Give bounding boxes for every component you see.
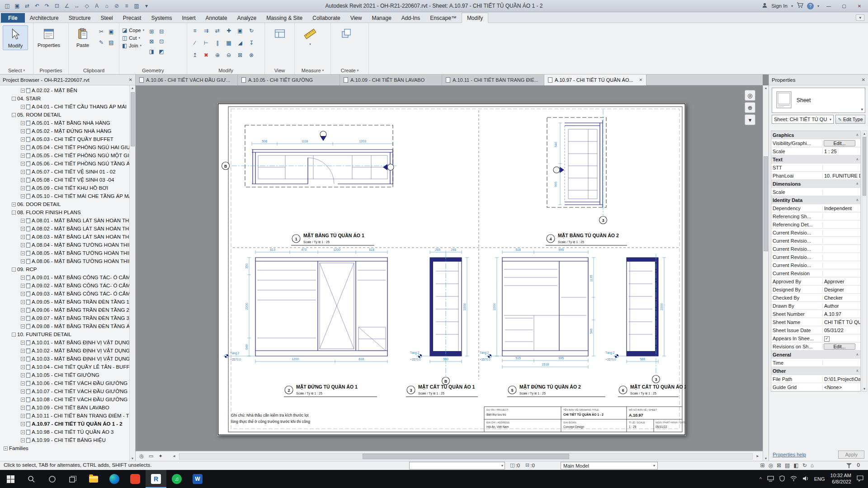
- tree-expander[interactable]: +: [21, 251, 25, 255]
- property-row[interactable]: Dependency Independent: [771, 204, 860, 212]
- revit-taskbar-icon[interactable]: [146, 470, 166, 488]
- property-row[interactable]: Current Revision: [771, 269, 860, 277]
- scroll-thumb[interactable]: [764, 156, 768, 251]
- view-section-2[interactable]: 588 2200 Tầng 2 +3570.0 3 6 MẶT CẮT TỦ Q…: [605, 254, 686, 397]
- property-row[interactable]: Checked By Checker: [771, 294, 860, 302]
- properties-help-link[interactable]: Properties help: [773, 452, 806, 457]
- view-tab[interactable]: A.10.11 - CHI TIẾT BÀN TRANG ĐIỂ... ✕: [442, 75, 544, 85]
- tree-expander[interactable]: +: [21, 406, 25, 410]
- type-selector-combo[interactable]: Sheet: CHI TIẾT TỦ QU ▾: [772, 115, 834, 124]
- word-icon[interactable]: [187, 470, 208, 488]
- property-value[interactable]: Author: [823, 303, 860, 309]
- select-underlay-icon[interactable]: ◎: [768, 462, 773, 469]
- property-row[interactable]: Time: [771, 359, 860, 367]
- property-row[interactable]: STT: [771, 164, 860, 172]
- ribbon-tab[interactable]: Architecture: [25, 13, 64, 23]
- cut-opening-icon[interactable]: ⊠: [235, 51, 245, 60]
- tree-expander[interactable]: +: [21, 308, 25, 312]
- show-hidden-elements-icon[interactable]: ◎: [137, 453, 146, 460]
- redo-icon[interactable]: ↷: [42, 1, 52, 10]
- worksets-combo[interactable]: ▾: [409, 462, 505, 469]
- tree-item[interactable]: + A.05.08 - CHI TIẾT VỆ SINH 03 -04: [0, 176, 129, 184]
- tree-expander[interactable]: +: [21, 430, 25, 434]
- tree-expander[interactable]: +: [21, 162, 25, 166]
- property-value[interactable]: Designer: [823, 287, 860, 292]
- view-tab[interactable]: A.10.06 - CHI TIẾT VÁCH ĐẦU GIƯ... ✕: [136, 75, 238, 85]
- properties-scrollbar[interactable]: ▲ ▼: [862, 131, 867, 392]
- modify-tool-button[interactable]: Modify: [3, 25, 28, 50]
- edge-icon[interactable]: [104, 470, 125, 488]
- panel-label-create[interactable]: Create▾: [331, 68, 368, 73]
- tree-expander[interactable]: +: [21, 186, 25, 190]
- scroll-right-icon[interactable]: ►: [755, 454, 761, 458]
- property-row[interactable]: Sheet Issue Date 05/31/22: [771, 326, 860, 334]
- tree-item[interactable]: + A.10.07 - CHI TIẾT VÁCH ĐẦU GIƯỜNG 2: [0, 387, 129, 395]
- tree-item[interactable]: + A.05.06 - CHI TIẾT PHÒNG NGỦ TẦNG ÁP: [0, 160, 129, 168]
- paste-button[interactable]: Paste: [71, 25, 94, 49]
- tree-item[interactable]: + A.05.10 - CHI TIẾT MÁI CHE TẦNG ÁP MÁ: [0, 192, 129, 200]
- switch-windows-icon[interactable]: ▥: [132, 1, 141, 10]
- panel-label-clipboard[interactable]: Clipboard: [69, 68, 119, 73]
- tree-item[interactable]: + A.05.01 - MẶT BẰNG NHÀ HÀNG: [0, 119, 129, 127]
- hidden-icons-chevron[interactable]: ^: [760, 477, 762, 482]
- property-row[interactable]: Current Revisio...: [771, 261, 860, 269]
- search-icon[interactable]: [21, 470, 42, 488]
- monitor-icon[interactable]: [767, 476, 774, 483]
- tree-item[interactable]: - 04. STAIR: [0, 94, 129, 103]
- scroll-down-icon[interactable]: ▼: [764, 456, 768, 461]
- tree-item[interactable]: + A.10.06 - CHI TIẾT VÁCH ĐẦU GIƯỜNG 1: [0, 379, 129, 387]
- delete-icon[interactable]: ✖: [201, 51, 211, 60]
- property-row[interactable]: Current Revisio...: [771, 237, 860, 245]
- exclusions-icon[interactable]: ⌂: [811, 462, 814, 469]
- tree-expander[interactable]: +: [12, 202, 16, 206]
- scroll-down-icon[interactable]: ▼: [863, 386, 866, 391]
- tree-expander[interactable]: +: [21, 438, 25, 442]
- ribbon-tab[interactable]: Massing & Site: [261, 13, 307, 23]
- tree-expander[interactable]: +: [21, 170, 25, 174]
- shield-icon[interactable]: [779, 475, 785, 483]
- scroll-down-icon[interactable]: ▼: [131, 456, 134, 461]
- wall-joins-icon[interactable]: ⊞: [146, 27, 156, 36]
- tree-expander[interactable]: +: [21, 145, 25, 150]
- ribbon-tab[interactable]: Manage: [367, 13, 396, 23]
- drag-on-selection-icon[interactable]: ◧: [793, 462, 798, 469]
- scroll-up-icon[interactable]: ▲: [131, 85, 134, 90]
- property-row[interactable]: Identity Data: [771, 196, 860, 204]
- tree-item[interactable]: + A.05.03 - CHI TIẾT QUẦY BUFFET: [0, 135, 129, 143]
- tree-expander[interactable]: +: [21, 89, 25, 93]
- tree-item[interactable]: + A.02.02 - MẶT BÊN: [0, 86, 129, 94]
- property-value[interactable]: CHI TIẾT TỦ QU...: [823, 319, 860, 325]
- tree-expander[interactable]: +: [21, 243, 25, 247]
- property-row[interactable]: Revisions on Sh... Edit...: [771, 343, 860, 351]
- unpin-icon[interactable]: ↥: [190, 51, 200, 60]
- view-elevation-1[interactable]: 613 473 1200 618 1200 618 350 2200 648 T…: [223, 248, 387, 397]
- view-button[interactable]: [268, 25, 292, 42]
- help-icon[interactable]: ?: [807, 3, 814, 9]
- property-value[interactable]: Edit...: [824, 140, 855, 146]
- tree-expander[interactable]: +: [21, 389, 25, 394]
- beam-joins-icon[interactable]: ⊟: [156, 27, 166, 36]
- tree-expander[interactable]: +: [21, 105, 25, 109]
- measure-icon[interactable]: ∠: [62, 1, 71, 10]
- property-row[interactable]: Scale: [771, 188, 860, 196]
- ribbon-tab[interactable]: Enscape™: [425, 13, 462, 23]
- property-row[interactable]: File Path D:\01.Project\Oa...: [771, 375, 860, 383]
- status-chip[interactable]: ⊟ :0: [525, 462, 535, 468]
- tree-expander[interactable]: +: [21, 422, 25, 426]
- ribbon-tab[interactable]: Annotate: [200, 13, 232, 23]
- select-pinned-icon[interactable]: ⊠: [777, 462, 781, 469]
- tag-icon[interactable]: ◇: [82, 1, 91, 10]
- customize-qat-icon[interactable]: ▾: [142, 1, 151, 10]
- view-plan-2[interactable]: 3 546 995 4 MẶT BẰNG TỦ QUẦN ÁO 2 Scale …: [546, 109, 627, 245]
- undo-icon[interactable]: ↶: [33, 1, 42, 10]
- tree-item[interactable]: + A.05.07 - CHI TIẾT VỆ SINH 01 - 02: [0, 168, 129, 176]
- tree-item[interactable]: + A.04.01 - CHI TIẾT CẦU THANG ÁP MÁI: [0, 103, 129, 111]
- tree-expander[interactable]: +: [21, 357, 25, 361]
- view-tab[interactable]: A.10.05 - CHI TIẾT GIƯỜNG ✕: [238, 75, 340, 85]
- close-icon[interactable]: ✕: [129, 77, 132, 82]
- paste-special-icon[interactable]: ▤: [106, 38, 116, 47]
- tree-expander[interactable]: +: [21, 259, 25, 263]
- property-row[interactable]: Approved By Approver: [771, 277, 860, 286]
- property-value[interactable]: [823, 335, 860, 342]
- tree-expander[interactable]: +: [4, 446, 8, 450]
